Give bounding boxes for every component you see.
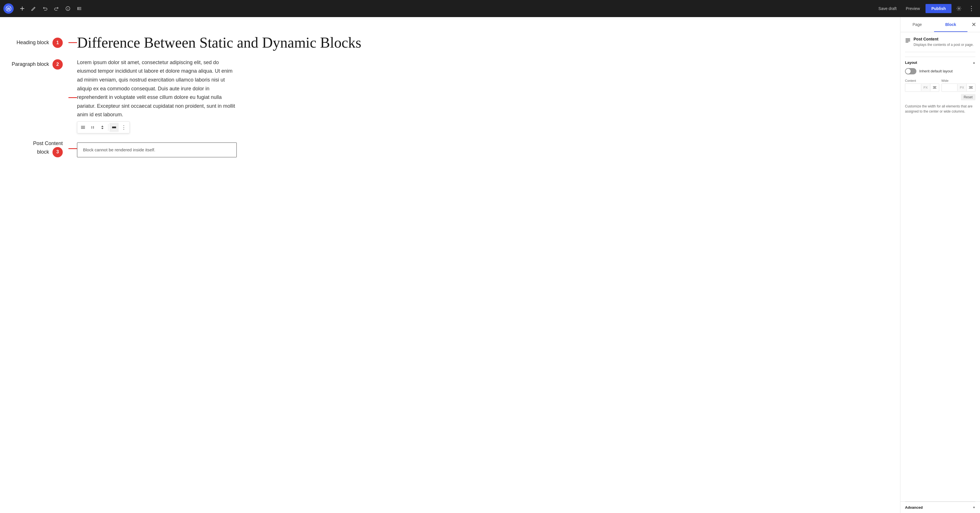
block-toolbar-more-btn[interactable]: ⋮ [119,123,128,132]
svg-point-20 [93,128,94,129]
svg-rect-21 [112,127,116,128]
annotation-line-1 [68,42,77,43]
svg-rect-14 [81,128,85,129]
toolbar-right: Save draft Preview Publish ⋮ [875,3,977,14]
post-content-block-row: Post Content block 3 Block cannot be ren… [11,140,889,157]
svg-rect-30 [969,87,972,88]
undo-button[interactable] [40,3,50,14]
block-icon [905,37,911,43]
svg-text:W: W [7,7,10,11]
heading-content[interactable]: Difference Between Static and Dynamic Bl… [77,34,889,51]
svg-point-18 [93,127,94,128]
wide-label: Wide [942,79,976,83]
post-content-info: Post Content Displays the contents of a … [905,37,975,52]
redo-button[interactable] [51,3,62,14]
block-toolbar: ⋮ [77,121,130,133]
svg-rect-25 [905,42,908,43]
svg-rect-31 [969,88,973,89]
post-content-block-content[interactable]: Block cannot be rendered inside itself. [77,140,889,157]
add-block-button[interactable] [17,3,27,14]
block-toolbar-move-btn[interactable] [98,123,107,132]
paragraph-text: Lorem ipsum dolor sit amet, consectetur … [77,58,237,119]
layout-toggle-row: Inherit default layout [905,68,975,75]
annotation-label-2: Paragraph block 2 [11,58,68,70]
content-unit: PX [921,84,930,91]
heading-block-label: Heading block [16,40,49,46]
more-options-button[interactable]: ⋮ [966,3,977,14]
svg-rect-29 [969,86,973,87]
content-input-row: PX [905,84,939,92]
wide-input-row: PX [942,84,976,92]
annotation-circle-2: 2 [52,59,63,70]
heading-block-row: Heading block 1 Difference Between Stati… [11,34,889,51]
content-width-input[interactable] [905,84,921,92]
svg-rect-23 [905,40,910,40]
svg-rect-28 [933,88,936,89]
wp-logo[interactable]: W [3,3,14,14]
annotation-label-1: Heading block 1 [11,38,68,48]
publish-button[interactable]: Publish [926,4,951,13]
sidebar-tabs: Page Block [900,17,967,32]
sidebar: Page Block ✕ Post Content Display [900,17,980,513]
block-toolbar-drag-btn[interactable] [88,123,97,132]
svg-point-6 [68,8,68,8]
reset-button[interactable]: Reset [961,94,975,100]
annotation-line-2 [68,97,77,98]
annotation-circle-1: 1 [52,38,63,48]
layout-chevron-icon: ▲ [973,61,975,64]
post-content-label2: block [37,149,49,155]
advanced-section-header[interactable]: Advanced ▼ [905,502,975,513]
advanced-section-title: Advanced [905,505,923,510]
svg-point-17 [92,127,92,128]
wide-width-group: Wide PX [942,79,976,92]
heading-text: Difference Between Static and Dynamic Bl… [77,34,889,51]
sidebar-content: Post Content Displays the contents of a … [900,32,980,501]
svg-rect-26 [933,86,936,87]
settings-button[interactable] [954,3,964,14]
svg-point-19 [92,128,92,129]
block-toolbar-align-btn[interactable] [78,123,88,132]
inherit-layout-toggle[interactable] [905,68,916,75]
advanced-chevron-icon: ▼ [973,506,975,509]
block-name: Post Content [913,37,974,41]
svg-point-16 [93,126,94,127]
save-draft-button[interactable]: Save draft [875,5,900,13]
svg-rect-22 [905,38,910,39]
list-view-button[interactable] [74,3,84,14]
post-content-block-text: Block cannot be rendered inside itself. [83,147,155,152]
preview-button[interactable]: Preview [902,5,924,13]
annotation-line-3 [68,148,77,149]
svg-rect-12 [81,126,85,127]
main-layout: Heading block 1 Difference Between Stati… [0,17,980,513]
advanced-section: Advanced ▼ [900,501,980,513]
toolbar-divider [108,124,108,131]
layout-section-title: Layout [905,60,917,65]
tab-page[interactable]: Page [900,17,934,32]
customize-desc: Customize the width for all elements tha… [905,104,975,114]
wide-unit: PX [957,84,966,91]
post-content-block: Block cannot be rendered inside itself. [77,143,237,157]
paragraph-block-row: Paragraph block 2 Lorem ipsum dolor sit … [11,58,889,133]
svg-point-15 [92,126,92,127]
top-toolbar: W [0,0,980,17]
layout-section-header[interactable]: Layout ▲ [905,57,975,68]
tab-block[interactable]: Block [934,17,968,32]
wide-width-input[interactable] [942,84,958,92]
wide-align-icon[interactable] [966,84,975,91]
paragraph-content[interactable]: Lorem ipsum dolor sit amet, consectetur … [77,58,889,133]
block-toolbar-wide-btn[interactable] [110,123,119,132]
info-button[interactable] [63,3,73,14]
block-desc: Displays the contents of a post or page. [913,43,974,47]
inherit-label: Inherit default layout [919,69,953,73]
sidebar-close-button[interactable]: ✕ [969,19,979,30]
block-info-text: Post Content Displays the contents of a … [913,37,974,47]
paragraph-block-label: Paragraph block [12,61,49,67]
content-width-group: Content PX [905,79,939,92]
svg-rect-27 [934,87,936,88]
editor-area: Heading block 1 Difference Between Stati… [0,17,900,513]
content-align-icon[interactable] [930,84,939,91]
width-fields: Content PX Wide [905,79,975,92]
edit-button[interactable] [29,3,39,14]
post-content-label1: Post Content [33,140,63,147]
svg-point-11 [958,8,960,10]
